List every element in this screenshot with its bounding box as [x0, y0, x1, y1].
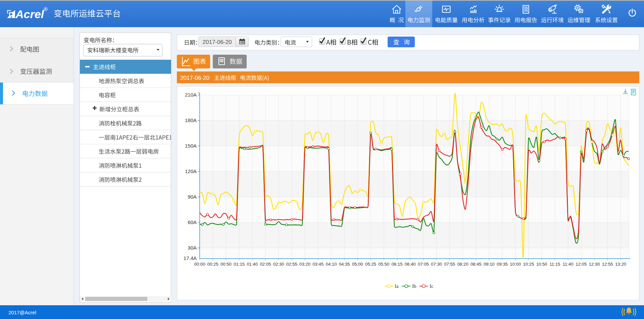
svg-text:10:00: 10:00 — [510, 262, 521, 267]
svg-text:07:30: 07:30 — [431, 262, 442, 267]
svg-text:01:40: 01:40 — [247, 262, 258, 267]
svg-text:12:55: 12:55 — [602, 262, 613, 267]
svg-text:10:25: 10:25 — [523, 262, 534, 267]
svg-text:05:25: 05:25 — [365, 262, 376, 267]
svg-text:00:25: 00:25 — [207, 262, 218, 267]
svg-text:90A: 90A — [188, 194, 197, 200]
svg-text:Ib: Ib — [412, 283, 416, 289]
svg-text:09:35: 09:35 — [497, 262, 508, 267]
svg-text:09:10: 09:10 — [484, 262, 495, 267]
svg-text:30A: 30A — [188, 245, 197, 251]
svg-text:12:30: 12:30 — [589, 262, 600, 267]
svg-text:07:05: 07:05 — [418, 262, 429, 267]
svg-text:120A: 120A — [185, 168, 197, 174]
svg-text:06:15: 06:15 — [391, 262, 402, 267]
svg-text:02:55: 02:55 — [286, 262, 297, 267]
svg-text:2017-06-20: 2017-06-20 — [203, 39, 232, 45]
svg-text:150A: 150A — [185, 143, 197, 149]
svg-text:03:45: 03:45 — [312, 262, 324, 267]
svg-text:Ic: Ic — [430, 283, 434, 289]
svg-text:04:35: 04:35 — [339, 262, 350, 267]
svg-text:03:20: 03:20 — [299, 262, 310, 267]
svg-text:05:50: 05:50 — [378, 262, 389, 267]
svg-text:2017@Acrel: 2017@Acrel — [8, 310, 36, 315]
svg-text:01:15: 01:15 — [234, 262, 245, 267]
svg-text:11:40: 11:40 — [563, 262, 574, 267]
svg-text:13:20: 13:20 — [615, 262, 626, 267]
svg-text:180A: 180A — [185, 117, 197, 123]
svg-text:210A: 210A — [185, 92, 197, 98]
svg-text:11:15: 11:15 — [549, 262, 560, 267]
svg-text:17.4A: 17.4A — [184, 255, 197, 261]
svg-text:00:00: 00:00 — [194, 262, 205, 267]
svg-text:60A: 60A — [188, 219, 197, 225]
svg-text:12:05: 12:05 — [576, 262, 587, 267]
svg-text:Acrel: Acrel — [15, 8, 45, 20]
svg-text:®: ® — [44, 6, 48, 12]
svg-text:04:10: 04:10 — [326, 262, 337, 267]
svg-text:Ia: Ia — [395, 283, 399, 289]
svg-text:02:05: 02:05 — [260, 262, 271, 267]
svg-text:05:00: 05:00 — [352, 262, 363, 267]
svg-text:07:55: 07:55 — [444, 262, 455, 267]
svg-text:02:30: 02:30 — [273, 262, 284, 267]
svg-text:2017-06-20: 2017-06-20 — [180, 75, 209, 81]
svg-text:00:50: 00:50 — [220, 262, 232, 267]
svg-text:08:45: 08:45 — [470, 262, 482, 267]
svg-text:06:40: 06:40 — [405, 262, 416, 267]
svg-text:10:50: 10:50 — [536, 262, 547, 267]
svg-text:08:20: 08:20 — [457, 262, 468, 267]
